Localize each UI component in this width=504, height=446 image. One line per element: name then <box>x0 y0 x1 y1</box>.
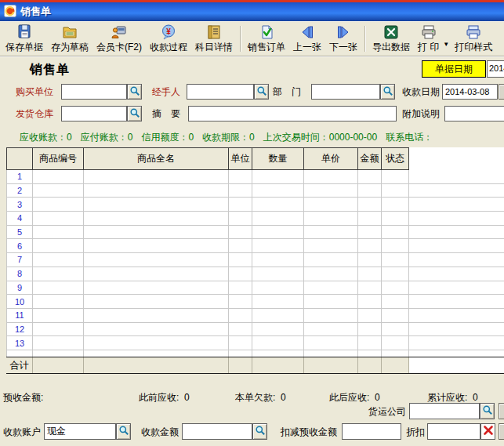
table-row[interactable]: 3 <box>6 198 504 212</box>
discount-clear-button[interactable] <box>480 423 495 440</box>
grid-cell[interactable] <box>229 350 252 357</box>
grid-cell[interactable] <box>304 226 358 239</box>
grid-cell[interactable] <box>358 267 382 281</box>
handler-input[interactable] <box>187 84 254 100</box>
grid-cell[interactable] <box>382 281 409 295</box>
deduct-prepaid-input[interactable] <box>342 423 401 440</box>
grid-cell[interactable] <box>229 184 252 198</box>
grid-cell[interactable] <box>304 239 358 252</box>
grid-cell[interactable] <box>252 170 304 183</box>
grid-cell[interactable] <box>229 170 252 183</box>
grid-cell[interactable] <box>358 350 382 357</box>
row-number-cell[interactable]: 6 <box>6 239 33 252</box>
print-button[interactable]: 打 印 <box>414 23 443 55</box>
purchase-unit-input[interactable] <box>61 84 127 100</box>
table-row[interactable]: 2 <box>6 184 504 198</box>
grid-cell[interactable] <box>252 281 304 295</box>
grid-cell[interactable] <box>358 198 382 211</box>
grid-cell[interactable] <box>382 239 409 252</box>
grid-cell[interactable] <box>84 253 229 267</box>
grid-cell[interactable] <box>382 184 409 198</box>
grid-cell[interactable] <box>84 309 229 322</box>
member-card-button[interactable]: 会员卡(F2) <box>92 23 146 55</box>
grid-cell[interactable] <box>33 323 84 336</box>
grid-cell[interactable] <box>229 226 252 239</box>
grid-cell[interactable] <box>252 336 304 350</box>
grid-cell[interactable] <box>382 267 409 281</box>
title-bar[interactable]: 销售单 <box>0 2 504 22</box>
freight-company-lookup-button[interactable] <box>480 403 495 419</box>
grid-cell[interactable] <box>84 170 229 183</box>
grid-cell[interactable] <box>382 226 409 239</box>
grid-cell[interactable] <box>229 281 252 295</box>
warehouse-lookup-button[interactable] <box>127 106 142 121</box>
grid-cell[interactable] <box>84 267 229 281</box>
grid-cell[interactable] <box>84 350 229 357</box>
grid-cell[interactable] <box>304 309 358 322</box>
payment-date-input[interactable] <box>442 84 498 100</box>
grid-cell[interactable] <box>252 323 304 336</box>
grid-cell[interactable] <box>358 323 382 336</box>
table-row[interactable]: 13 <box>6 336 504 350</box>
grid-body[interactable]: 12345678910111213 <box>6 170 504 357</box>
grid-cell[interactable] <box>304 170 358 183</box>
grid-cell[interactable] <box>84 323 229 336</box>
sales-orders-button[interactable]: 销售订单 <box>244 23 289 55</box>
print-style-button[interactable]: 打印样式 <box>451 23 496 55</box>
grid-cell[interactable] <box>304 350 358 357</box>
grid-cell[interactable] <box>304 267 358 281</box>
save-as-draft-button[interactable]: 存为草稿 <box>47 23 92 55</box>
grid-cell[interactable] <box>84 184 229 198</box>
grid-cell[interactable] <box>33 309 84 322</box>
payment-date-dropdown-button[interactable] <box>499 84 504 100</box>
grid-cell[interactable] <box>382 212 409 225</box>
grid-cell[interactable] <box>84 226 229 239</box>
grid-cell[interactable] <box>229 336 252 350</box>
grid-cell[interactable] <box>229 309 252 322</box>
warehouse-input[interactable] <box>61 106 127 121</box>
row-number-cell[interactable]: 4 <box>6 212 33 225</box>
department-lookup-button[interactable] <box>380 84 395 100</box>
grid-cell[interactable] <box>84 281 229 295</box>
grid-cell[interactable] <box>304 198 358 211</box>
row-number-cell[interactable]: 11 <box>6 309 33 322</box>
row-number-cell[interactable]: 1 <box>6 170 33 183</box>
table-row[interactable]: 12 <box>6 323 504 337</box>
grid-cell[interactable] <box>382 198 409 211</box>
table-row[interactable]: 4 <box>6 212 504 226</box>
grid-cell[interactable] <box>304 295 358 308</box>
table-row[interactable]: 9 <box>6 281 504 296</box>
grid-cell[interactable] <box>33 267 84 281</box>
handler-lookup-button[interactable] <box>254 84 269 100</box>
row-number-cell[interactable]: 3 <box>6 198 33 211</box>
grid-cell[interactable] <box>304 184 358 198</box>
grid-cell[interactable] <box>252 212 304 225</box>
table-row[interactable]: 11 <box>6 309 504 323</box>
payment-amount-input[interactable] <box>182 423 252 440</box>
payment-account-input[interactable] <box>44 423 116 440</box>
payment-amount-lookup-button[interactable] <box>252 423 267 440</box>
grid-cell[interactable] <box>252 239 304 252</box>
grid-cell[interactable] <box>229 253 252 267</box>
grid-cell[interactable] <box>358 184 382 198</box>
doc-date-value[interactable]: 2014-03-08 <box>487 60 504 78</box>
row-number-cell[interactable] <box>6 350 33 357</box>
grid-cell[interactable] <box>229 198 252 211</box>
grid-cell[interactable] <box>358 295 382 308</box>
grid-cell[interactable] <box>229 212 252 225</box>
row-number-cell[interactable]: 7 <box>6 253 33 267</box>
discount-input[interactable] <box>427 423 480 440</box>
grid-cell[interactable] <box>304 253 358 267</box>
grid-cell[interactable] <box>229 239 252 252</box>
payment-process-button[interactable]: ¥ 收款过程 <box>146 23 191 55</box>
grid-cell[interactable] <box>382 295 409 308</box>
export-data-button[interactable]: 导出数据 <box>368 23 414 55</box>
grid-cell[interactable] <box>252 198 304 211</box>
row-number-cell[interactable]: 8 <box>6 267 33 281</box>
row-number-cell[interactable]: 13 <box>6 336 33 350</box>
discount-extra-button[interactable] <box>499 423 504 440</box>
subject-details-button[interactable]: 科目详情 <box>191 23 237 55</box>
grid-cell[interactable] <box>84 295 229 308</box>
table-row[interactable]: 5 <box>6 226 504 240</box>
grid-cell[interactable] <box>382 350 409 357</box>
